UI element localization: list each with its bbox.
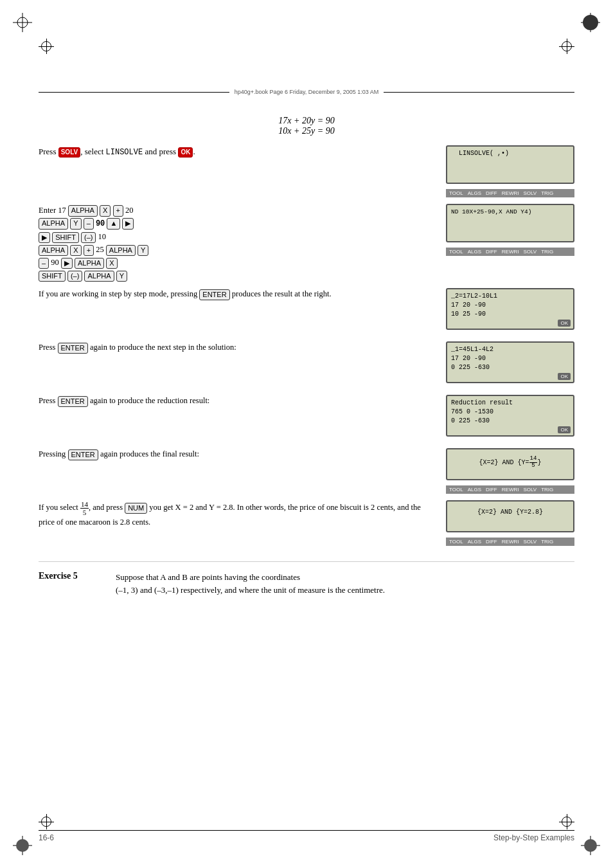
enter-key-2[interactable]: ENTER	[58, 343, 88, 354]
toolbar2-rewri[interactable]: REWRI	[500, 248, 521, 255]
x-key-2[interactable]: X	[70, 245, 81, 256]
right-arrow-key-3[interactable]: ▶	[61, 258, 73, 269]
toolbar7-diff[interactable]: DIFF	[484, 538, 499, 545]
y-key-1[interactable]: Y	[70, 218, 81, 229]
calc-screen-3: _2=17L2-10L117 20 -9010 25 -90 OK	[446, 288, 574, 330]
header-text: hp40g+.book Page 6 Friday, December 9, 2…	[235, 89, 379, 95]
toolbar2-trig[interactable]: TRIG	[539, 248, 555, 255]
screen3-ok[interactable]: OK	[558, 320, 571, 327]
minus-key-2[interactable]: –	[39, 258, 49, 269]
enter-key-1[interactable]: ENTER	[199, 289, 229, 300]
minus-key-1[interactable]: –	[84, 218, 94, 229]
toolbar7-tool[interactable]: TOOL	[447, 538, 465, 545]
toolbar-diff[interactable]: DIFF	[484, 190, 499, 197]
toolbar6-trig[interactable]: TRIG	[539, 486, 555, 493]
screen7-toolbar: TOOL ALGS DIFF REWRI SOLV TRIG	[446, 538, 574, 546]
screen1-content: LINSOLVE( ,•)	[451, 149, 569, 158]
reg-mark-br	[581, 836, 600, 855]
toolbar6-rewri[interactable]: REWRI	[500, 486, 521, 493]
calc-screen-7: {X=2} AND {Y=2.8}	[446, 500, 574, 532]
up-arrow-key[interactable]: ▲	[107, 218, 120, 229]
toolbar7-solv[interactable]: SOLV	[521, 538, 538, 545]
x-key-1[interactable]: X	[100, 205, 111, 216]
toolbar7-algs[interactable]: ALGS	[466, 538, 483, 545]
num-key[interactable]: NUM	[125, 503, 147, 514]
toolbar-trig[interactable]: TRIG	[539, 190, 555, 197]
toolbar7-rewri[interactable]: REWRI	[500, 538, 521, 545]
toolbar-tool[interactable]: TOOL	[447, 190, 465, 197]
section-step-by-step: If you are working in step by step mode,…	[39, 288, 574, 335]
footer-left: 16-6	[39, 833, 54, 842]
toolbar6-algs[interactable]: ALGS	[466, 486, 483, 493]
screen7-container: {X=2} AND {Y=2.8} TOOL ALGS DIFF REWRI S…	[446, 500, 574, 546]
press-text: Press	[39, 147, 58, 156]
press-enter1-text: Press ENTER again to produce the next st…	[39, 341, 433, 354]
alpha-key-6[interactable]: ALPHA	[84, 271, 114, 282]
press-enter3-text: Pressing ENTER again produces the final …	[39, 448, 433, 460]
solv-key[interactable]: SOLV	[58, 147, 80, 158]
toolbar6-diff[interactable]: DIFF	[484, 486, 499, 493]
toolbar2-algs[interactable]: ALGS	[466, 248, 483, 255]
y-key-3[interactable]: Y	[116, 271, 127, 282]
exercise5-text2: (–1, 3) and (–3,–1) respectively, and wh…	[116, 585, 385, 595]
toolbar-rewri[interactable]: REWRI	[500, 190, 521, 197]
screen6-container: {X=2} AND {Y=145} TOOL ALGS DIFF REWRI S…	[446, 448, 574, 494]
exercise5-text1: Suppose that A and B are points having t…	[116, 572, 300, 582]
section-enter17: Enter 17 ALPHA X + 20 ALPHA Y – 90 ▲ ▶ ▶…	[39, 204, 574, 282]
screen1-container: LINSOLVE( ,•) TOOL ALGS DIFF REWRI SOLV …	[446, 145, 574, 197]
screen2-content: ND 10X+25-90,X AND Y4)	[451, 208, 569, 216]
svg-point-15	[584, 839, 597, 852]
calc-screen-1: LINSOLVE( ,•)	[446, 145, 574, 184]
plus-key-1[interactable]: +	[113, 205, 123, 216]
shift-key-1[interactable]: SHIFT	[52, 232, 79, 243]
screen5-ok[interactable]: OK	[558, 426, 571, 433]
screen3-content: _2=17L2-10L117 20 -9010 25 -90	[451, 292, 569, 319]
alpha-key-4[interactable]: ALPHA	[106, 245, 136, 256]
toolbar2-solv[interactable]: SOLV	[521, 248, 538, 255]
screen2-container: ND 10X+25-90,X AND Y4) TOOL ALGS DIFF RE…	[446, 204, 574, 256]
screen5-content: Reduction result765 0 -15300 225 -630	[451, 399, 569, 426]
neg-key-2[interactable]: (–)	[67, 271, 82, 282]
plus-key-2[interactable]: +	[84, 245, 94, 256]
ok-key[interactable]: OK	[178, 147, 193, 158]
y-key-2[interactable]: Y	[138, 245, 148, 256]
enter-key-4[interactable]: ENTER	[68, 449, 98, 460]
screen4-ok[interactable]: OK	[558, 373, 571, 380]
corner-crosshair-tr	[559, 39, 574, 54]
fraction-14-5: 145	[80, 500, 89, 516]
alpha-key-2[interactable]: ALPHA	[39, 218, 68, 229]
calc-screen-4: _1=45L1-4L217 20 -900 225 -630 OK	[446, 341, 574, 383]
enter-key-3[interactable]: ENTER	[58, 396, 88, 407]
header-bar: hp40g+.book Page 6 Friday, December 9, 2…	[39, 89, 574, 95]
right-arrow-key-2[interactable]: ▶	[39, 232, 50, 243]
screen6-toolbar: TOOL ALGS DIFF REWRI SOLV TRIG	[446, 485, 574, 494]
enter17-text: Enter 17 ALPHA X + 20 ALPHA Y – 90 ▲ ▶ ▶…	[39, 204, 433, 282]
alpha-key-1[interactable]: ALPHA	[68, 205, 98, 216]
equation-1: 17x + 20y = 90	[39, 116, 574, 126]
x-key-3[interactable]: X	[106, 258, 117, 269]
period: .	[193, 147, 195, 156]
reg-mark-tr	[581, 13, 600, 32]
toolbar-solv[interactable]: SOLV	[521, 190, 538, 197]
linsolve-text: LINSOLVE	[106, 148, 143, 157]
calc-screen-5: Reduction result765 0 -15300 225 -630 OK	[446, 395, 574, 437]
exercise5-label: Exercise 5	[39, 571, 103, 581]
screen3-container: _2=17L2-10L117 20 -9010 25 -90 OK	[446, 288, 574, 335]
toolbar2-diff[interactable]: DIFF	[484, 248, 499, 255]
alpha-key-3[interactable]: ALPHA	[39, 245, 68, 256]
toolbar6-tool[interactable]: TOOL	[447, 486, 465, 493]
footer-right: Step-by-Step Examples	[493, 833, 574, 842]
toolbar2-tool[interactable]: TOOL	[447, 248, 465, 255]
toolbar6-solv[interactable]: SOLV	[521, 486, 538, 493]
section-press-enter-1: Press ENTER again to produce the next st…	[39, 341, 574, 388]
equation-2: 10x + 25y = 90	[39, 126, 574, 136]
toolbar7-trig[interactable]: TRIG	[539, 538, 555, 545]
right-arrow-key-1[interactable]: ▶	[122, 218, 134, 229]
calc-screen-2: ND 10X+25-90,X AND Y4)	[446, 204, 574, 242]
section-press-enter-2: Press ENTER again to produce the reducti…	[39, 395, 574, 442]
toolbar-algs[interactable]: ALGS	[466, 190, 483, 197]
alpha-key-5[interactable]: ALPHA	[75, 258, 104, 269]
neg-key-1[interactable]: (–)	[81, 232, 96, 243]
reg-mark-tl	[13, 13, 32, 32]
shift-key-2[interactable]: SHIFT	[39, 271, 66, 282]
